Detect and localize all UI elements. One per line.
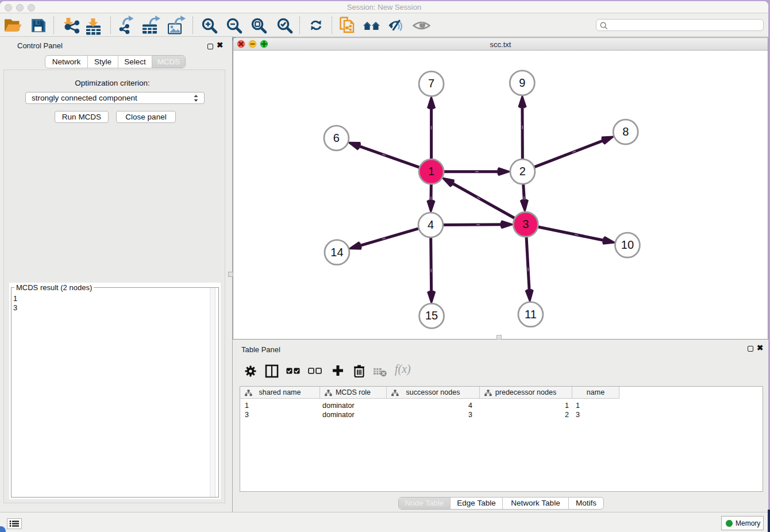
svg-text:10: 10	[621, 238, 634, 251]
svg-text:2: 2	[519, 165, 526, 178]
svg-text:11: 11	[525, 308, 537, 321]
svg-text:9: 9	[519, 76, 525, 89]
svg-text:1: 1	[428, 165, 434, 178]
svg-text:14: 14	[330, 246, 343, 259]
svg-text:7: 7	[428, 77, 434, 90]
svg-text:4: 4	[428, 218, 434, 231]
svg-text:6: 6	[333, 132, 340, 144]
svg-text:3: 3	[522, 218, 529, 230]
svg-text:15: 15	[425, 309, 438, 322]
svg-text:8: 8	[622, 125, 629, 138]
